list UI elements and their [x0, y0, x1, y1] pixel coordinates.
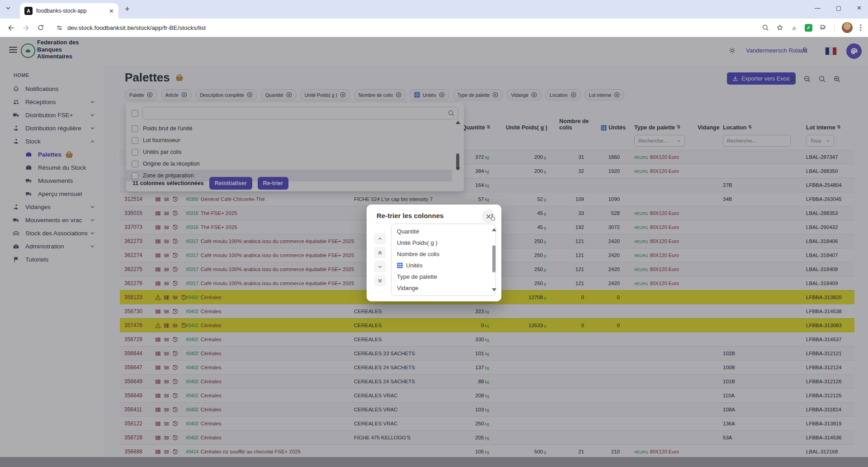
back-icon[interactable]	[7, 24, 15, 32]
scrollbar-thumb[interactable]	[492, 245, 495, 272]
reorder-item-vidange[interactable]: Vidange	[392, 282, 495, 294]
browser-menu-kebab-icon[interactable]	[860, 24, 862, 31]
tab-search-chevron-icon[interactable]	[5, 5, 11, 11]
screen: A foodbanks-stock-app ✕ + — ▢ ✕ dev.stoc…	[0, 0, 868, 467]
window-maximize-button[interactable]: ▢	[836, 5, 841, 11]
reorder-item-label: Unité Poids( g )	[397, 239, 438, 246]
move-down-button[interactable]	[374, 261, 386, 272]
move-up-button[interactable]	[374, 233, 386, 244]
toolbar-separator	[834, 24, 835, 32]
extension-gray-icon[interactable]	[791, 24, 797, 31]
modal-title: Re-trier les colonnes	[377, 212, 443, 219]
site-settings-icon[interactable]	[56, 24, 63, 31]
browser-profile-avatar[interactable]	[842, 22, 853, 33]
reorder-item-unit-poids-g[interactable]: Unité Poids( g )	[392, 237, 495, 248]
tab-title: foodbanks-stock-app	[36, 8, 105, 14]
new-tab-button[interactable]: +	[125, 4, 130, 14]
move-top-button[interactable]	[374, 247, 386, 258]
window-minimize-button[interactable]: —	[815, 5, 821, 11]
reorder-item-nombre-de-colis[interactable]: Nombre de colis	[392, 248, 495, 260]
reorder-item-quantit[interactable]: Quantité	[392, 226, 495, 237]
reorder-item-label: Unités	[406, 262, 423, 269]
reorder-item-unit-s[interactable]: Unités	[392, 260, 495, 271]
reorder-item-label: Quantité	[397, 228, 419, 235]
units-grid-icon	[397, 262, 403, 268]
extensions-puzzle-icon[interactable]	[820, 24, 827, 31]
reorder-item-label: Nombre de colis	[397, 251, 439, 257]
move-bottom-button[interactable]	[374, 275, 386, 286]
extension-green-check-icon[interactable]: ✓	[805, 24, 812, 32]
mouse-cursor	[489, 213, 496, 222]
search-zoom-icon[interactable]	[762, 24, 769, 31]
browser-tab-strip: A foodbanks-stock-app ✕ + — ▢ ✕	[0, 0, 868, 19]
reorder-columns-modal: Re-trier les colonnes QuantitéUnité Poid…	[367, 205, 501, 301]
angular-favicon-icon: A	[24, 7, 33, 15]
reorder-column-list: QuantitéUnité Poids( g )Nombre de colisU…	[391, 224, 496, 296]
window-close-button[interactable]: ✕	[857, 5, 862, 11]
scroll-down-icon[interactable]	[492, 288, 496, 291]
reorder-item-label: Type de palette	[397, 273, 437, 280]
bookmark-star-icon[interactable]	[776, 24, 783, 31]
url-text[interactable]: dev.stock.foodbanksit.be/stock/app/fr-BE…	[67, 24, 206, 31]
browser-tab[interactable]: A foodbanks-stock-app ✕	[20, 3, 118, 19]
tab-close-icon[interactable]: ✕	[109, 8, 114, 14]
modal-scrollbar[interactable]	[492, 228, 496, 291]
reorder-item-type-de-palette[interactable]: Type de palette	[392, 271, 495, 282]
scroll-up-icon[interactable]	[492, 228, 496, 231]
reorder-item-label: Vidange	[397, 285, 418, 291]
reload-icon[interactable]	[37, 24, 44, 31]
browser-address-bar: dev.stock.foodbanksit.be/stock/app/fr-BE…	[0, 19, 868, 37]
forward-icon[interactable]	[22, 24, 30, 32]
